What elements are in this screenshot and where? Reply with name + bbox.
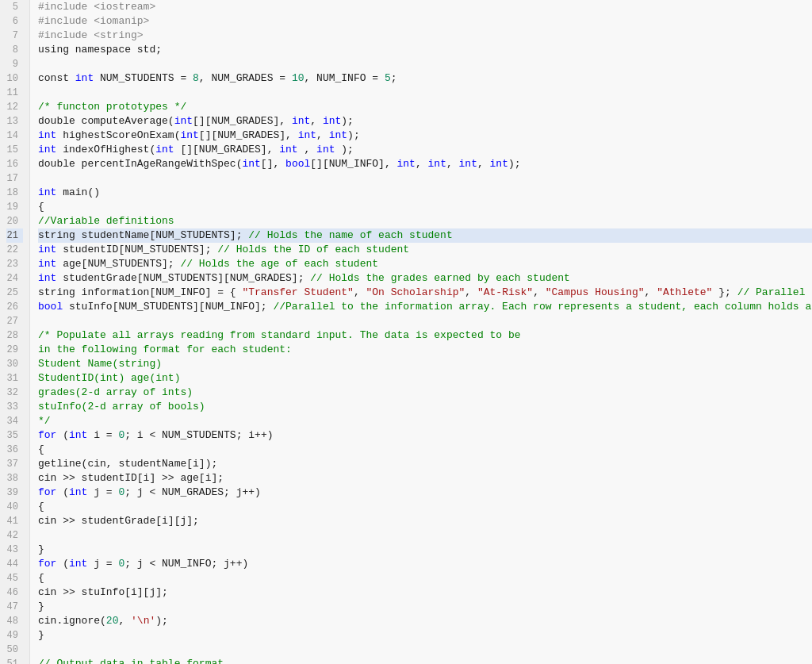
token-plain: double computeAverage( xyxy=(38,115,174,127)
token-cmt: // Output data in table format xyxy=(38,658,224,664)
line-number: 20 xyxy=(6,214,23,228)
token-plain: i = xyxy=(87,429,118,441)
token-plain: ); xyxy=(335,144,353,155)
code-line: } xyxy=(38,600,812,614)
line-number: 36 xyxy=(6,443,23,457)
token-plain: main() xyxy=(56,186,100,198)
token-str: "Athlete" xyxy=(657,286,712,298)
code-line: #include <iostream> xyxy=(38,0,812,14)
token-plain: using namespace std; xyxy=(38,44,162,56)
line-number: 5 xyxy=(6,0,23,14)
line-number: 40 xyxy=(6,500,23,514)
token-plain: studentGrade[NUM_STUDENTS][NUM_GRADES]; xyxy=(56,272,310,284)
token-plain: highestScoreOnExam( xyxy=(56,129,180,141)
token-kw: int xyxy=(329,129,347,141)
token-cmt: // Holds the age of each student xyxy=(180,258,378,270)
token-plain: stuInfo[NUM_STUDENTS][NUM_INFO]; xyxy=(63,301,273,313)
code-line xyxy=(38,314,812,328)
line-number: 30 xyxy=(6,357,23,371)
code-line: { xyxy=(38,200,812,214)
line-number: 9 xyxy=(6,57,23,71)
token-cmt: in the following format for each student… xyxy=(38,344,292,355)
token-plain: ; i < NUM_STUDENTS; i++) xyxy=(124,429,273,441)
token-plain: [][NUM_INFO], xyxy=(310,158,396,170)
code-line: for (int i = 0; i < NUM_STUDENTS; i++) xyxy=(38,428,812,443)
code-line: int indexOfHighest(int [][NUM_GRADES], i… xyxy=(38,143,812,157)
code-line: cin >> studentGrade[i][j]; xyxy=(38,514,812,528)
token-cmt: stuInfo(2-d array of bools) xyxy=(38,401,205,413)
line-number: 12 xyxy=(6,100,23,114)
line-number: 10 xyxy=(6,71,23,86)
line-number: 24 xyxy=(6,271,23,286)
line-number: 31 xyxy=(6,371,23,386)
token-str: "On Scholarship" xyxy=(366,286,465,298)
token-kw: for xyxy=(38,429,56,441)
token-kw: int xyxy=(298,129,316,141)
token-plain: , xyxy=(354,286,366,298)
code-line: { xyxy=(38,500,812,514)
token-plain: ); xyxy=(347,129,360,141)
token-kw: int xyxy=(292,115,310,127)
code-line: /* functon prototypes */ xyxy=(38,100,812,114)
code-line: const int NUM_STUDENTS = 8, NUM_GRADES =… xyxy=(38,71,812,86)
token-kw: int xyxy=(38,186,56,198)
token-cmt: /* functon prototypes */ xyxy=(38,101,186,113)
code-line: stuInfo(2-d array of bools) xyxy=(38,400,812,414)
line-number: 38 xyxy=(6,471,23,486)
line-number: 42 xyxy=(6,528,23,543)
code-line: string studentName[NUM_STUDENTS]; // Hol… xyxy=(38,228,812,243)
token-plain: , xyxy=(310,115,323,127)
code-line: grades(2-d array of ints) xyxy=(38,386,812,400)
token-plain: ); xyxy=(508,158,521,170)
line-number: 6 xyxy=(6,14,23,29)
code-line: getline(cin, studentName[i]); xyxy=(38,457,812,471)
line-number: 47 xyxy=(6,600,23,614)
token-plain: ; xyxy=(391,72,397,84)
token-plain: age[NUM_STUDENTS]; xyxy=(56,258,180,270)
token-kw: int xyxy=(155,144,174,155)
token-cmt: //Parallel to the information array. Eac… xyxy=(273,301,812,313)
token-kw: int xyxy=(38,258,56,270)
code-line: int studentGrade[NUM_STUDENTS][NUM_GRADE… xyxy=(38,271,812,286)
line-number: 13 xyxy=(6,114,23,129)
code-line: using namespace std; xyxy=(38,43,812,57)
token-kw: int xyxy=(459,158,477,170)
token-kw: for xyxy=(38,486,56,498)
code-line: //Variable definitions xyxy=(38,214,812,228)
line-number: 28 xyxy=(6,328,23,343)
line-number: 29 xyxy=(6,343,23,357)
token-plain: double percentInAgeRangeWithSpec( xyxy=(38,158,242,170)
token-kw: int xyxy=(180,129,198,141)
token-plain: [][NUM_GRADES], xyxy=(199,129,298,141)
token-cmt: // Parallel to the xyxy=(737,286,812,298)
code-line: cin >> studentID[i] >> age[i]; xyxy=(38,471,812,486)
token-pp: #include <iomanip> xyxy=(38,15,149,27)
line-number: 50 xyxy=(6,643,23,657)
token-kw: bool xyxy=(285,158,310,170)
token-plain: ); xyxy=(155,615,168,627)
code-line: for (int j = 0; j < NUM_GRADES; j++) xyxy=(38,486,812,500)
token-cmt: Student Name(string) xyxy=(38,358,162,370)
token-plain: } xyxy=(38,543,44,555)
code-line: int studentID[NUM_STUDENTS]; // Holds th… xyxy=(38,243,812,257)
code-line: } xyxy=(38,543,812,557)
token-kw: int xyxy=(69,486,87,498)
line-number: 16 xyxy=(6,157,23,171)
token-kw: int xyxy=(69,429,87,441)
token-kw: int xyxy=(428,158,446,170)
token-plain: { xyxy=(38,201,44,213)
code-line: int highestScoreOnExam(int[][NUM_GRADES]… xyxy=(38,129,812,143)
token-kw: int xyxy=(490,158,508,170)
token-plain: ; j < NUM_INFO; j++) xyxy=(124,558,248,570)
line-number: 34 xyxy=(6,414,23,428)
code-line xyxy=(38,57,812,71)
token-plain: j = xyxy=(87,486,118,498)
line-numbers: 5678910111213141516171819202122232425262… xyxy=(0,0,30,664)
token-plain: const xyxy=(38,72,75,84)
code-line: bool stuInfo[NUM_STUDENTS][NUM_INFO]; //… xyxy=(38,300,812,314)
token-plain: , xyxy=(645,286,657,298)
token-plain: ( xyxy=(56,558,69,570)
line-number: 27 xyxy=(6,314,23,328)
code-lines[interactable]: #include <iostream>#include <iomanip>#in… xyxy=(30,0,812,664)
token-plain: string studentName[NUM_STUDENTS]; xyxy=(38,229,248,241)
